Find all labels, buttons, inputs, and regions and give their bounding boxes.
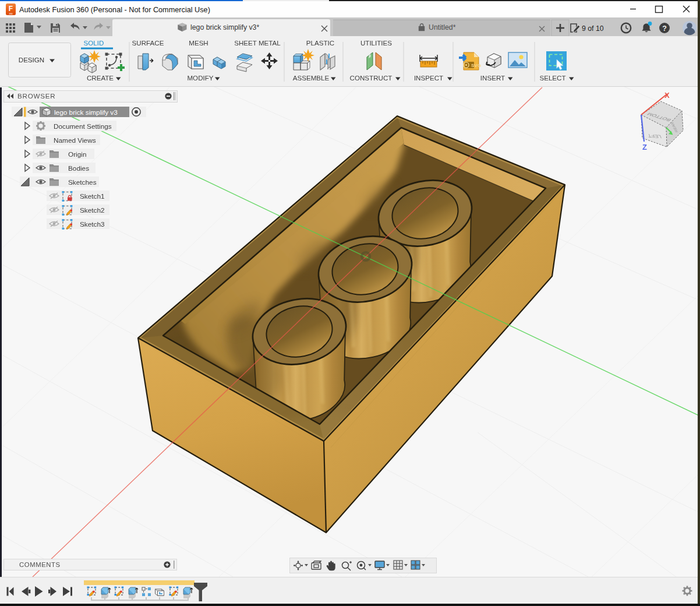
svg-text:Autodesk Fusion 360 (Personal: Autodesk Fusion 360 (Personal - Not for …: [19, 6, 210, 14]
svg-text:Document Settings: Document Settings: [54, 122, 112, 131]
svg-text:360: 360: [9, 12, 13, 15]
svg-text:lego brick simplify v3*: lego brick simplify v3*: [190, 23, 259, 31]
svg-text:SHEET METAL: SHEET METAL: [234, 39, 281, 47]
svg-text:SOLID: SOLID: [84, 39, 104, 47]
svg-text:DESIGN: DESIGN: [19, 56, 44, 64]
svg-text:ASSEMBLE: ASSEMBLE: [293, 74, 330, 82]
svg-text:SURFACE: SURFACE: [132, 39, 164, 47]
svg-text:Origin: Origin: [68, 150, 86, 158]
svg-text:?: ?: [662, 24, 667, 33]
svg-text:BROWSER: BROWSER: [17, 92, 56, 100]
svg-text:Named Views: Named Views: [54, 136, 96, 145]
svg-text:CONSTRUCT: CONSTRUCT: [350, 74, 393, 82]
svg-text:INSPECT: INSPECT: [414, 74, 443, 82]
svg-text:Sketch2: Sketch2: [80, 206, 105, 214]
svg-text:lego brick simplify v3: lego brick simplify v3: [54, 108, 118, 117]
svg-text:Bodies: Bodies: [68, 164, 89, 172]
svg-text:SVG: SVG: [471, 63, 481, 68]
svg-text:9 of 10: 9 of 10: [582, 24, 604, 33]
svg-text:Sketch1: Sketch1: [80, 192, 105, 200]
svg-text:UTILITIES: UTILITIES: [360, 39, 392, 47]
svg-text:Sketch3: Sketch3: [80, 220, 105, 228]
svg-text:MESH: MESH: [189, 39, 208, 47]
svg-text:Sketches: Sketches: [68, 178, 97, 186]
svg-text:MODIFY: MODIFY: [187, 74, 213, 82]
svg-text:X: X: [664, 91, 670, 100]
svg-text:COMMENTS: COMMENTS: [19, 561, 61, 568]
svg-text:Z: Z: [642, 143, 647, 152]
svg-text:SELECT: SELECT: [539, 74, 565, 82]
svg-text:INSERT: INSERT: [480, 74, 505, 82]
svg-text:PLASTIC: PLASTIC: [306, 39, 334, 47]
svg-text:CREATE: CREATE: [87, 74, 114, 82]
svg-text:Untitled*: Untitled*: [429, 23, 456, 31]
